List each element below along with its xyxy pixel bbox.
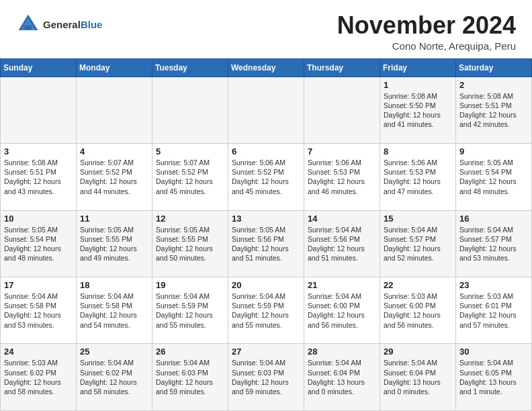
day-number: 13 — [232, 214, 300, 224]
day-info: Sunrise: 5:04 AM Sunset: 6:03 PM Dayligh… — [232, 358, 300, 396]
day-number: 11 — [80, 214, 148, 224]
day-number: 6 — [232, 146, 300, 156]
day-info: Sunrise: 5:05 AM Sunset: 5:55 PM Dayligh… — [80, 225, 148, 263]
calendar-cell: 11Sunrise: 5:05 AM Sunset: 5:55 PM Dayli… — [77, 210, 152, 277]
calendar-cell: 21Sunrise: 5:04 AM Sunset: 6:00 PM Dayli… — [304, 277, 380, 344]
day-number: 27 — [232, 347, 300, 357]
month-year: November 2024 — [337, 12, 516, 39]
calendar-cell: 18Sunrise: 5:04 AM Sunset: 5:58 PM Dayli… — [77, 277, 152, 344]
day-number: 9 — [459, 146, 528, 156]
week-row: 3Sunrise: 5:08 AM Sunset: 5:51 PM Daylig… — [1, 144, 532, 210]
day-number: 28 — [308, 347, 376, 357]
calendar-cell: 20Sunrise: 5:04 AM Sunset: 5:59 PM Dayli… — [228, 277, 304, 344]
day-info: Sunrise: 5:04 AM Sunset: 6:02 PM Dayligh… — [80, 358, 148, 396]
calendar-cell — [228, 77, 304, 143]
day-info: Sunrise: 5:03 AM Sunset: 6:01 PM Dayligh… — [459, 291, 528, 330]
day-info: Sunrise: 5:08 AM Sunset: 5:51 PM Dayligh… — [4, 158, 73, 196]
weekday-header-friday: Friday — [380, 58, 456, 77]
week-row: 10Sunrise: 5:05 AM Sunset: 5:54 PM Dayli… — [1, 210, 532, 277]
calendar-cell: 28Sunrise: 5:04 AM Sunset: 6:04 PM Dayli… — [304, 344, 380, 411]
day-number: 2 — [459, 80, 528, 90]
day-number: 5 — [156, 146, 224, 156]
calendar-cell: 9Sunrise: 5:05 AM Sunset: 5:54 PM Daylig… — [456, 144, 532, 210]
calendar-cell: 2Sunrise: 5:08 AM Sunset: 5:51 PM Daylig… — [456, 77, 532, 143]
day-number: 1 — [384, 80, 452, 90]
day-info: Sunrise: 5:08 AM Sunset: 5:50 PM Dayligh… — [384, 91, 452, 130]
day-number: 8 — [384, 146, 452, 156]
logo-icon — [16, 12, 40, 36]
day-number: 18 — [80, 280, 148, 290]
day-number: 25 — [80, 347, 148, 357]
calendar-cell: 14Sunrise: 5:04 AM Sunset: 5:56 PM Dayli… — [304, 210, 380, 277]
day-info: Sunrise: 5:04 AM Sunset: 5:59 PM Dayligh… — [232, 291, 300, 330]
weekday-row: SundayMondayTuesdayWednesdayThursdayFrid… — [1, 58, 532, 77]
calendar-cell: 15Sunrise: 5:04 AM Sunset: 5:57 PM Dayli… — [380, 210, 456, 277]
day-info: Sunrise: 5:04 AM Sunset: 5:57 PM Dayligh… — [459, 225, 528, 263]
calendar-cell: 7Sunrise: 5:06 AM Sunset: 5:53 PM Daylig… — [304, 144, 380, 210]
calendar-cell: 3Sunrise: 5:08 AM Sunset: 5:51 PM Daylig… — [1, 144, 77, 210]
day-number: 30 — [459, 347, 528, 357]
day-number: 16 — [459, 214, 528, 224]
calendar-cell: 12Sunrise: 5:05 AM Sunset: 5:55 PM Dayli… — [152, 210, 228, 277]
calendar-cell — [152, 77, 228, 143]
day-number: 15 — [384, 214, 452, 224]
day-info: Sunrise: 5:04 AM Sunset: 5:56 PM Dayligh… — [308, 225, 376, 263]
calendar-cell: 1Sunrise: 5:08 AM Sunset: 5:50 PM Daylig… — [380, 77, 456, 143]
weekday-header-thursday: Thursday — [304, 58, 380, 77]
week-row: 24Sunrise: 5:03 AM Sunset: 6:02 PM Dayli… — [1, 344, 532, 411]
day-info: Sunrise: 5:04 AM Sunset: 6:00 PM Dayligh… — [308, 291, 376, 330]
day-info: Sunrise: 5:05 AM Sunset: 5:55 PM Dayligh… — [156, 225, 224, 263]
location: Cono Norte, Arequipa, Peru — [337, 40, 516, 52]
calendar-cell: 16Sunrise: 5:04 AM Sunset: 5:57 PM Dayli… — [456, 210, 532, 277]
header: GeneralBlue November 2024 Cono Norte, Ar… — [0, 0, 532, 58]
day-info: Sunrise: 5:05 AM Sunset: 5:54 PM Dayligh… — [459, 158, 528, 196]
day-info: Sunrise: 5:04 AM Sunset: 5:59 PM Dayligh… — [156, 291, 224, 330]
calendar-cell: 24Sunrise: 5:03 AM Sunset: 6:02 PM Dayli… — [1, 344, 77, 411]
day-info: Sunrise: 5:04 AM Sunset: 6:04 PM Dayligh… — [384, 358, 452, 396]
weekday-header-sunday: Sunday — [1, 58, 77, 77]
day-info: Sunrise: 5:06 AM Sunset: 5:53 PM Dayligh… — [308, 158, 376, 196]
calendar-cell — [77, 77, 152, 143]
logo: GeneralBlue — [16, 12, 102, 36]
calendar-cell: 29Sunrise: 5:04 AM Sunset: 6:04 PM Dayli… — [380, 344, 456, 411]
day-number: 3 — [4, 146, 73, 156]
day-info: Sunrise: 5:04 AM Sunset: 5:58 PM Dayligh… — [80, 291, 148, 330]
day-number: 20 — [232, 280, 300, 290]
calendar-cell: 19Sunrise: 5:04 AM Sunset: 5:59 PM Dayli… — [152, 277, 228, 344]
day-number: 12 — [156, 214, 224, 224]
day-number: 17 — [4, 280, 73, 290]
day-number: 23 — [459, 280, 528, 290]
day-number: 22 — [384, 280, 452, 290]
day-number: 29 — [384, 347, 452, 357]
day-info: Sunrise: 5:08 AM Sunset: 5:51 PM Dayligh… — [459, 91, 528, 130]
day-number: 10 — [4, 214, 73, 224]
calendar-header: SundayMondayTuesdayWednesdayThursdayFrid… — [1, 58, 532, 77]
weekday-header-saturday: Saturday — [456, 58, 532, 77]
day-number: 26 — [156, 347, 224, 357]
day-info: Sunrise: 5:06 AM Sunset: 5:53 PM Dayligh… — [384, 158, 452, 196]
calendar-cell — [1, 77, 77, 143]
week-row: 1Sunrise: 5:08 AM Sunset: 5:50 PM Daylig… — [1, 77, 532, 143]
day-info: Sunrise: 5:07 AM Sunset: 5:52 PM Dayligh… — [156, 158, 224, 196]
calendar-table: SundayMondayTuesdayWednesdayThursdayFrid… — [0, 58, 532, 411]
day-number: 7 — [308, 146, 376, 156]
calendar-cell: 17Sunrise: 5:04 AM Sunset: 5:58 PM Dayli… — [1, 277, 77, 344]
calendar-body: 1Sunrise: 5:08 AM Sunset: 5:50 PM Daylig… — [1, 77, 532, 410]
calendar-cell: 6Sunrise: 5:06 AM Sunset: 5:52 PM Daylig… — [228, 144, 304, 210]
calendar-cell: 4Sunrise: 5:07 AM Sunset: 5:52 PM Daylig… — [77, 144, 152, 210]
day-number: 19 — [156, 280, 224, 290]
day-number: 4 — [80, 146, 148, 156]
week-row: 17Sunrise: 5:04 AM Sunset: 5:58 PM Dayli… — [1, 277, 532, 344]
calendar-cell: 22Sunrise: 5:03 AM Sunset: 6:00 PM Dayli… — [380, 277, 456, 344]
calendar-cell: 30Sunrise: 5:04 AM Sunset: 6:05 PM Dayli… — [456, 344, 532, 411]
calendar-cell — [304, 77, 380, 143]
day-info: Sunrise: 5:04 AM Sunset: 5:58 PM Dayligh… — [4, 291, 73, 330]
calendar-cell: 25Sunrise: 5:04 AM Sunset: 6:02 PM Dayli… — [77, 344, 152, 411]
day-info: Sunrise: 5:03 AM Sunset: 6:02 PM Dayligh… — [4, 358, 73, 396]
logo-text: GeneralBlue — [43, 19, 102, 30]
day-info: Sunrise: 5:04 AM Sunset: 6:03 PM Dayligh… — [156, 358, 224, 396]
day-number: 14 — [308, 214, 376, 224]
weekday-header-monday: Monday — [77, 58, 152, 77]
title-block: November 2024 Cono Norte, Arequipa, Peru — [337, 12, 516, 52]
weekday-header-wednesday: Wednesday — [228, 58, 304, 77]
